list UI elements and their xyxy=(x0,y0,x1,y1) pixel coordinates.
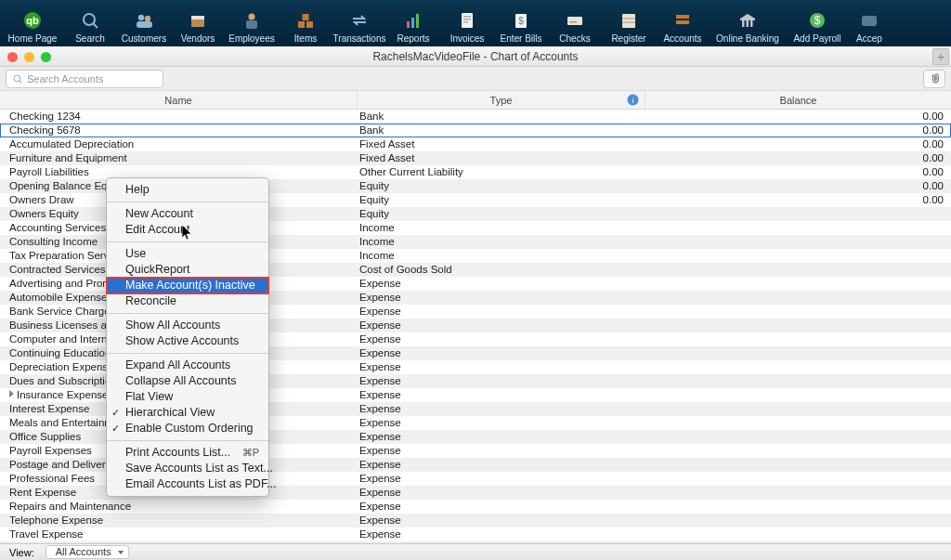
window-title: RachelsMacVideoFile - Chart of Accounts xyxy=(372,50,578,63)
account-balance xyxy=(659,360,951,374)
menu-item-help[interactable]: Help xyxy=(107,182,268,198)
column-balance-header[interactable]: Balance xyxy=(645,91,951,109)
reports-icon xyxy=(386,9,440,32)
toolbar-online-banking[interactable]: Online Banking xyxy=(710,9,786,44)
toolbar-reports[interactable]: Reports xyxy=(386,9,440,44)
menu-item-expand-all-accounts[interactable]: Expand All Accounts xyxy=(107,358,268,373)
bills-icon xyxy=(494,9,548,32)
account-type: Expense xyxy=(358,527,659,541)
payroll-icon xyxy=(786,9,849,32)
account-type: Expense xyxy=(358,402,659,416)
account-type: Expense xyxy=(358,346,659,360)
menu-item-hierarchical-view[interactable]: Hierarchical View xyxy=(107,405,268,421)
account-type: Income xyxy=(358,221,659,235)
menu-shortcut: ⌘P xyxy=(242,445,259,461)
employees-icon xyxy=(225,9,279,32)
account-type: Expense xyxy=(358,444,659,458)
view-label: View: xyxy=(9,547,34,558)
account-balance xyxy=(659,402,951,416)
account-row[interactable]: Telephone ExpenseExpense xyxy=(0,514,951,527)
minimize-window-icon[interactable] xyxy=(24,52,34,62)
toolbar-transactions[interactable]: Transactions xyxy=(332,9,386,44)
menu-item-quickreport[interactable]: QuickReport xyxy=(107,262,268,278)
account-row[interactable]: Checking 1234Bank0.00 xyxy=(0,110,951,124)
menu-separator xyxy=(107,241,268,242)
items-icon xyxy=(279,9,332,32)
toolbar-checks[interactable]: Checks xyxy=(548,9,602,44)
main-toolbar: Home PageSearchCustomersVendorsEmployees… xyxy=(0,0,951,46)
toolbar-vendors[interactable]: Vendors xyxy=(171,9,225,44)
account-type: Equity xyxy=(358,179,659,193)
menu-item-make-account-s-inactive[interactable]: Make Account(s) Inactive xyxy=(107,278,268,293)
account-type: Income xyxy=(358,235,659,249)
vendors-icon xyxy=(171,9,225,32)
toolbar-accounts[interactable]: Accounts xyxy=(656,9,710,44)
toolbar-employees[interactable]: Employees xyxy=(225,9,279,44)
zoom-window-icon[interactable] xyxy=(41,52,51,62)
account-type: Bank xyxy=(358,110,659,124)
menu-item-reconcile[interactable]: Reconcile xyxy=(107,293,268,309)
account-row[interactable]: Travel ExpenseExpense xyxy=(0,527,951,541)
account-balance: 0.00 xyxy=(659,179,951,193)
account-balance xyxy=(659,472,951,486)
toolbar-accep[interactable]: Accep xyxy=(849,9,890,44)
toolbar-add-payroll[interactable]: Add Payroll xyxy=(786,9,849,44)
bank-icon xyxy=(710,9,786,32)
account-name: Telephone Expense xyxy=(0,514,358,527)
menu-separator xyxy=(107,313,268,314)
menu-item-print-accounts-list[interactable]: Print Accounts List...⌘P xyxy=(107,445,268,461)
menu-item-new-account[interactable]: New Account xyxy=(107,206,268,222)
account-balance xyxy=(659,207,951,221)
account-type: Other Current Liability xyxy=(358,165,659,179)
account-balance xyxy=(659,527,951,541)
menu-item-enable-custom-ordering[interactable]: Enable Custom Ordering xyxy=(107,421,268,436)
account-balance xyxy=(659,319,951,332)
account-balance xyxy=(659,388,951,402)
attachments-button[interactable] xyxy=(923,70,945,88)
traffic-lights[interactable] xyxy=(7,52,51,62)
account-balance xyxy=(659,416,951,430)
menu-item-email-accounts-list-as-pdf[interactable]: Email Accounts List as PDF... xyxy=(107,476,268,492)
add-button[interactable]: + xyxy=(932,48,949,65)
account-balance: 0.00 xyxy=(659,193,951,207)
expand-caret-icon[interactable] xyxy=(9,390,14,397)
account-type: Expense xyxy=(358,472,659,486)
invoices-icon xyxy=(440,9,494,32)
account-row[interactable]: Furniture and EquipmentFixed Asset0.00 xyxy=(0,151,951,165)
search-icon xyxy=(12,73,23,85)
toolbar-home-page[interactable]: Home Page xyxy=(2,9,63,44)
close-window-icon[interactable] xyxy=(7,52,18,62)
account-name: Repairs and Maintenance xyxy=(0,500,358,514)
view-dropdown[interactable]: All Accounts xyxy=(46,545,129,559)
accounts-window: RachelsMacVideoFile - Chart of Accounts … xyxy=(0,46,951,560)
account-type: Equity xyxy=(358,207,659,221)
toolbar-enter-bills[interactable]: Enter Bills xyxy=(494,9,548,44)
account-row[interactable]: Checking 5678Bank0.00 xyxy=(0,124,951,137)
menu-item-flat-view[interactable]: Flat View xyxy=(107,389,268,405)
menu-item-use[interactable]: Use xyxy=(107,246,268,262)
column-name-header[interactable]: Name xyxy=(0,91,358,109)
account-type: Expense xyxy=(358,360,659,374)
account-balance xyxy=(659,486,951,500)
menu-item-show-active-accounts[interactable]: Show Active Accounts xyxy=(107,333,268,349)
toolbar-customers[interactable]: Customers xyxy=(117,9,171,44)
toolbar-invoices[interactable]: Invoices xyxy=(440,9,494,44)
context-menu: HelpNew AccountEdit AccountUseQuickRepor… xyxy=(106,177,269,497)
menu-item-edit-account[interactable]: Edit Account xyxy=(107,222,268,238)
toolbar-search[interactable]: Search xyxy=(63,9,117,44)
account-balance: 0.00 xyxy=(659,151,951,165)
toolbar-register[interactable]: Register xyxy=(602,9,656,44)
transactions-icon xyxy=(332,9,386,32)
menu-item-collapse-all-accounts[interactable]: Collapse All Accounts xyxy=(107,373,268,389)
account-balance xyxy=(659,458,951,472)
toolbar-items[interactable]: Items xyxy=(279,9,332,44)
column-type-header[interactable]: Type xyxy=(358,91,645,109)
account-row[interactable]: Accumulated DepreciationFixed Asset0.00 xyxy=(0,137,951,151)
account-balance xyxy=(659,332,951,346)
account-row[interactable]: Repairs and MaintenanceExpense xyxy=(0,500,951,514)
checks-icon xyxy=(548,9,602,32)
account-balance xyxy=(659,444,951,458)
menu-item-show-all-accounts[interactable]: Show All Accounts xyxy=(107,318,268,333)
menu-item-save-accounts-list-as-text[interactable]: Save Accounts List as Text... xyxy=(107,461,268,476)
search-input[interactable]: Search Accounts xyxy=(6,70,163,88)
